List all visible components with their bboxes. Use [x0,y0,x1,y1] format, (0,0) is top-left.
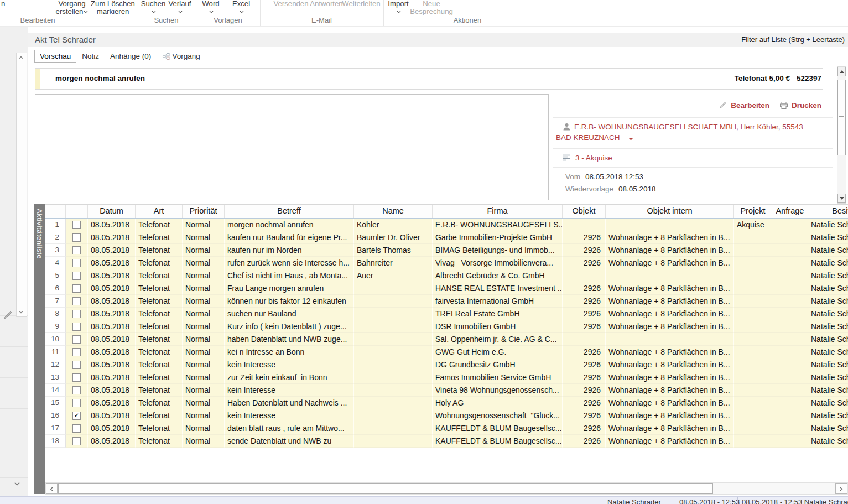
tab-vorgang[interactable]: Vorgang [157,50,205,63]
row-checkbox[interactable] [72,310,81,318]
column-header-betreff[interactable]: Betreff [225,205,354,218]
column-header-besitzer[interactable]: Besitzer [808,205,848,218]
ribbon-button-suchen[interactable]: Suchen [139,0,168,15]
row-checkbox[interactable] [72,348,81,356]
table-row[interactable]: 108.05.2018TelefonatNormalmorgen nochmal… [45,219,848,231]
edit-button[interactable]: Bearbeiten [719,101,769,110]
column-header-objekt[interactable]: Objekt [563,205,606,218]
column-header-name[interactable]: Name [354,205,433,218]
scroll-up-button[interactable] [837,67,846,76]
ribbon-group-suchen: SuchenVerlaufSuchen [137,0,196,26]
table-row[interactable]: 1308.05.2018TelefonatNormalzur Zeit kein… [45,371,848,384]
row-number: 10 [45,333,66,346]
row-checkbox[interactable] [72,323,81,331]
scroll-left-button[interactable] [46,483,58,494]
column-header-blank-1[interactable] [66,205,88,218]
chevron-down-icon[interactable] [14,481,20,486]
row-checkbox[interactable] [72,259,81,267]
row-checkbox[interactable] [72,437,81,445]
table-row[interactable]: 1808.05.2018TelefonatNormalsende Datenbl… [45,435,848,448]
scrollbar-thumb[interactable] [837,80,846,155]
cell-besitzer: Natalie Schrader [808,422,848,435]
activity-note-bar[interactable]: morgen nochmal anrufen Telefonat 5,00 €5… [35,68,823,90]
rail-scrollbar[interactable] [16,53,27,317]
cell-objekt-intern: Wohnanlage + 8 Parkflächen in B... [606,282,734,295]
row-checkbox[interactable] [72,335,81,344]
cell-name [354,422,433,435]
category-link[interactable]: 3 - Akquise [563,154,612,162]
row-checkbox[interactable] [72,246,81,254]
row-checkbox[interactable]: ✔ [72,412,81,420]
table-row[interactable]: 1408.05.2018TelefonatNormalkein Interess… [45,384,848,397]
table-row[interactable]: 1208.05.2018TelefonatNormalkein Interess… [45,358,848,371]
ribbon-button-excel[interactable]: Excel [228,0,254,15]
cell-firma: Vivag Vorsorge Immobilienvera... [433,257,563,269]
table-row[interactable]: 1008.05.2018TelefonatNormalhaben Datenbl… [45,333,848,346]
column-header-priorit-t[interactable]: Priorität [183,205,225,218]
cell-datum: 08.05.2018 [88,358,136,371]
print-button[interactable]: Drucken [779,101,821,110]
chevron-down-icon[interactable] [18,310,24,314]
row-number: 4 [45,257,66,269]
contact-link[interactable]: E.R.B- WOHNUNGSBAUGESELLSCHAFT MBH, Herr… [556,122,806,143]
row-checkbox[interactable] [72,284,81,293]
activity-list-side-tab[interactable]: Aktivitätenliste [34,204,45,494]
tab-vorschau[interactable]: Vorschau [34,50,76,63]
tab-anh-nge-0[interactable]: Anhänge (0) [105,50,157,63]
column-header-anfrage[interactable]: Anfrage [772,205,808,218]
ribbon-button-zum-l-schen-markieren[interactable]: Zum Löschenmarkieren [86,0,139,15]
table-row[interactable]: 1708.05.2018TelefonatNormaldaten blatt r… [45,422,848,435]
row-checkbox[interactable] [72,373,81,382]
table-row[interactable]: 16✔08.05.2018TelefonatNormalkein Interes… [45,409,848,422]
row-checkbox[interactable] [72,386,81,394]
cell-anfrage [772,269,808,282]
ribbon-button-verlauf[interactable]: Verlauf [165,0,195,15]
column-header-art[interactable]: Art [136,205,183,218]
table-row[interactable]: 708.05.2018TelefonatNormalkönnen nur bis… [45,295,848,308]
column-header-projekt[interactable]: Projekt [734,205,772,218]
tab-label: Vorgang [172,52,200,60]
table-row[interactable]: 1508.05.2018TelefonatNormalHaben Datenbl… [45,397,848,409]
row-checkbox[interactable] [72,399,81,407]
scroll-down-button[interactable] [837,194,846,203]
column-header-blank-0[interactable] [45,205,66,218]
chevron-up-icon[interactable] [18,55,24,60]
cell-datum: 08.05.2018 [88,295,136,308]
table-row[interactable]: 308.05.2018TelefonatNormalkaufen nur im … [45,244,848,257]
cell-betreff: kein Interesse [225,358,354,371]
table-row[interactable]: 508.05.2018TelefonatNormalChef ist nicht… [45,269,848,282]
table-row[interactable]: 608.05.2018TelefonatNormalFrau Lange mor… [45,282,848,295]
column-header-firma[interactable]: Firma [433,205,563,218]
row-checkbox[interactable] [72,272,81,280]
table-row[interactable]: 208.05.2018TelefonatNormalkaufen nur Bau… [45,231,848,244]
note-preview-pane[interactable] [35,94,549,200]
table-row[interactable]: 1108.05.2018TelefonatNormalkei n Intress… [45,346,848,358]
horizontal-scrollbar[interactable] [45,482,848,495]
cell-projekt [734,409,772,422]
cell-firma: Vineta 98 Wohnungsgenossensch... [433,384,563,397]
scrollbar-thumb[interactable] [58,483,713,494]
column-header-datum[interactable]: Datum [88,205,136,218]
filter-hint[interactable]: Filter auf Liste (Strg + Leertaste) [741,35,845,44]
tab-notiz[interactable]: Notiz [76,50,105,63]
table-row[interactable]: 408.05.2018TelefonatNormalrufen zurück w… [45,257,848,269]
ribbon-button-import[interactable]: Import [387,0,410,15]
table-row[interactable]: 908.05.2018TelefonatNormalKurz info ( ke… [45,320,848,333]
cell-betreff: sende Datenblatt und NWB zu [225,435,354,448]
scroll-right-button[interactable] [835,483,847,494]
cell-objekt: 2926 [563,257,606,269]
row-checkbox[interactable] [72,221,81,229]
rail-divider [0,408,28,409]
column-header-objekt-intern[interactable]: Objekt intern [606,205,734,218]
ribbon-button-vorgang-erstellen[interactable]: Vorgangerstellen [53,0,91,15]
row-checkbox[interactable] [72,297,81,305]
ribbon-button-word[interactable]: Word [198,0,223,15]
table-row[interactable]: 808.05.2018TelefonatNormalsuchen nur Bau… [45,308,848,320]
chevron-down-icon[interactable] [628,138,633,141]
cell-objekt-intern: Wohnanlage + 8 Parkflächen in B... [606,308,734,320]
preview-scrollbar[interactable] [837,66,846,204]
cell-anfrage [772,333,808,346]
row-checkbox[interactable] [72,424,81,433]
row-checkbox[interactable] [72,361,81,369]
row-checkbox[interactable] [72,233,81,242]
